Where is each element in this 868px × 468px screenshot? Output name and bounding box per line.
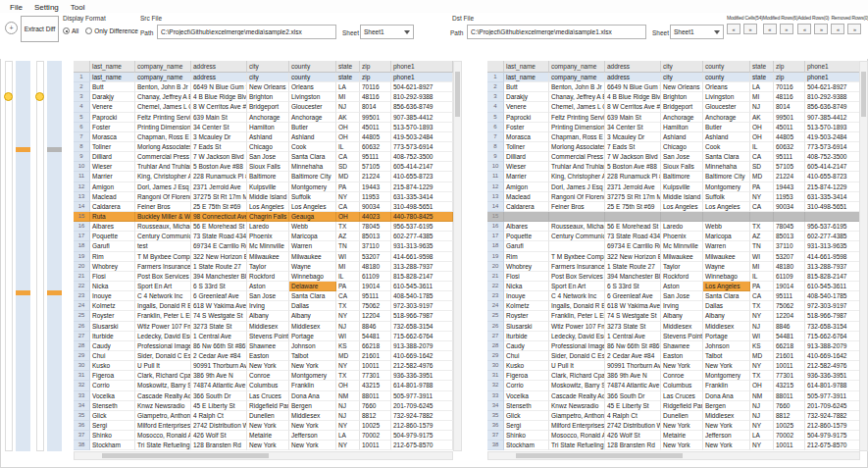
row-number[interactable]: 10 xyxy=(487,162,504,172)
grid-cell[interactable]: 810-292-9388 xyxy=(805,92,860,102)
grid-cell[interactable]: 732-658-3154 xyxy=(805,322,860,332)
grid-cell[interactable]: Benton, John B Jr xyxy=(549,82,605,92)
grid-cell[interactable]: Wieser xyxy=(90,162,135,172)
grid-cell[interactable]: Sider, Donald C Esq xyxy=(135,351,191,361)
grid-cell[interactable]: 6 Greenleaf Ave xyxy=(191,291,247,301)
grid-cell[interactable]: 25 E 75th St #69 xyxy=(605,202,661,212)
grid-cell[interactable]: Los Angeles xyxy=(703,202,750,212)
grid-cell[interactable]: Middlesex xyxy=(247,322,289,332)
grid-cell[interactable]: T M Byxbee Company Pc xyxy=(135,252,191,262)
grid-cell[interactable]: Baltimore City xyxy=(289,172,336,182)
grid-cell[interactable]: San Jose xyxy=(247,291,289,301)
grid-cell[interactable]: Printing Dimensions xyxy=(549,123,605,132)
grid-cell[interactable]: Rim xyxy=(90,252,135,262)
grid-cell[interactable]: 57105 xyxy=(774,162,805,172)
grid-cell[interactable]: Gloucester xyxy=(289,102,336,112)
grid-cell[interactable]: Delaware xyxy=(289,282,336,291)
grid-cell[interactable]: Morlong Associates xyxy=(135,142,191,152)
grid-cell[interactable]: Wtlz Power 107 Fm xyxy=(549,322,605,332)
grid-cell[interactable]: Bergen xyxy=(703,401,750,411)
grid-cell[interactable]: 6649 N Blue Gum St xyxy=(605,82,661,92)
grid-cell[interactable]: 414-661-9598 xyxy=(391,252,453,262)
grid-cell[interactable]: 74 S Westgate St xyxy=(605,311,661,321)
grid-cell[interactable]: New York xyxy=(661,361,703,371)
grid-cell[interactable]: Butler xyxy=(289,123,336,132)
grid-cell[interactable]: Mosocco, Ronald A xyxy=(135,431,191,441)
row-number[interactable]: 23 xyxy=(74,291,90,301)
grid-cell[interactable]: 54481 xyxy=(360,332,391,341)
grid-cell[interactable]: Darakjy xyxy=(90,92,135,102)
grid-cell[interactable]: 1 Central Ave xyxy=(191,332,247,341)
grid-cell[interactable]: 610-545-3611 xyxy=(805,282,860,291)
grid-cell[interactable]: 69734 E Carrillo Rd xyxy=(605,241,661,251)
grid-cell[interactable]: KS xyxy=(336,341,360,351)
grid-cell[interactable]: NJ xyxy=(750,322,774,332)
grid-cell[interactable]: Franklin, Peter L Esq xyxy=(549,311,605,321)
grid-cell[interactable]: 6 Greenleaf Ave xyxy=(605,291,661,301)
grid-cell[interactable]: 414-661-9598 xyxy=(805,252,860,262)
grid-cell[interactable]: Venere xyxy=(90,102,135,112)
grid-cell[interactable]: 2742 Distribution Way xyxy=(605,421,661,431)
grid-cell[interactable]: MI xyxy=(750,262,774,272)
grid-cell[interactable]: 907-385-4412 xyxy=(391,113,453,123)
grid-cell[interactable]: 95111 xyxy=(774,152,805,162)
grid-cell[interactable]: Shawnee xyxy=(247,341,289,351)
grid-cell[interactable]: county xyxy=(289,73,336,82)
grid-cell[interactable]: Livingston xyxy=(289,92,336,102)
grid-cell[interactable]: 75062 xyxy=(360,301,391,311)
grid-cell[interactable]: Albares xyxy=(90,222,135,232)
grid-cell[interactable]: 86 Nw 66th St #8673 xyxy=(191,341,247,351)
grid-cell[interactable]: 10011 xyxy=(360,361,391,371)
grid-cell[interactable]: 128 Bransten Rd xyxy=(191,441,247,450)
grid-cell[interactable]: 419-503-2484 xyxy=(391,132,453,142)
grid-cell[interactable]: 313-288-7937 xyxy=(805,262,860,272)
grid-cell[interactable]: Johnson xyxy=(289,341,336,351)
grid-cell[interactable]: 936-336-3951 xyxy=(391,371,453,381)
grid-cell[interactable]: 34 Center St xyxy=(191,123,247,132)
grid-cell[interactable]: 88011 xyxy=(360,391,391,401)
row-number[interactable]: 9 xyxy=(74,152,90,162)
grid-cell[interactable]: Winnebago xyxy=(289,272,336,282)
grid-cell[interactable]: 212-860-1579 xyxy=(391,421,453,431)
grid-cell[interactable]: NY xyxy=(336,311,360,321)
grid-cell[interactable]: Stenseth xyxy=(504,401,549,411)
grid-cell[interactable]: NY xyxy=(336,441,360,450)
grid-cell[interactable]: Stenseth xyxy=(90,401,135,411)
grid-cell[interactable]: 907-385-4412 xyxy=(805,113,860,123)
grid-cell[interactable]: NM xyxy=(750,391,774,401)
row-number[interactable]: 3 xyxy=(74,92,90,102)
grid-cell[interactable]: Sider, Donald C Esq xyxy=(549,351,605,361)
grid-cell[interactable]: Anchorage xyxy=(289,113,336,123)
grid-cell[interactable]: 504-979-9175 xyxy=(391,431,453,441)
grid-cell[interactable]: AZ xyxy=(336,232,360,241)
grid-cell[interactable]: Middlesex xyxy=(289,322,336,332)
next-diff-button[interactable]: » xyxy=(814,24,828,34)
grid-cell[interactable]: 19014 xyxy=(774,282,805,291)
grid-cell[interactable]: 48180 xyxy=(360,262,391,272)
grid-cell[interactable]: 5 Boston Ave #88 xyxy=(605,162,661,172)
grid-cell[interactable]: PA xyxy=(750,182,774,192)
grid-cell[interactable]: 3 Mcauley Dr xyxy=(605,132,661,142)
grid-cell[interactable]: Livingston xyxy=(703,92,750,102)
grid-cell[interactable]: WI xyxy=(336,332,360,341)
grid-cell[interactable]: 70002 xyxy=(360,431,391,441)
grid-cell[interactable]: 8014 xyxy=(360,102,391,112)
grid-cell[interactable]: 34 Center St xyxy=(605,123,661,132)
grid-cell[interactable]: Feltz Printing Service xyxy=(135,113,191,123)
grid-cell[interactable]: 61109 xyxy=(360,272,391,282)
grid-cell[interactable]: 48116 xyxy=(360,92,391,102)
grid-cell[interactable]: 78045 xyxy=(360,222,391,232)
grid-cell[interactable]: Butt xyxy=(90,82,135,92)
grid-cell[interactable]: Baltimore xyxy=(247,172,289,182)
grid-cell[interactable]: Glick xyxy=(90,411,135,421)
row-number[interactable]: 37 xyxy=(487,431,504,441)
grid-cell[interactable]: TX xyxy=(750,371,774,381)
scrollbar-thumb[interactable] xyxy=(455,72,460,117)
grid-cell[interactable]: 78045 xyxy=(774,222,805,232)
toolbar-round-button[interactable]: + xyxy=(5,22,18,34)
dst-minimap-track[interactable] xyxy=(36,61,44,451)
grid-cell[interactable]: 732-924-7882 xyxy=(805,411,860,421)
grid-cell[interactable]: Caldarera xyxy=(504,202,549,212)
grid-cell[interactable]: Wayne xyxy=(289,262,336,272)
grid-cell[interactable]: Caldarera xyxy=(90,202,135,212)
